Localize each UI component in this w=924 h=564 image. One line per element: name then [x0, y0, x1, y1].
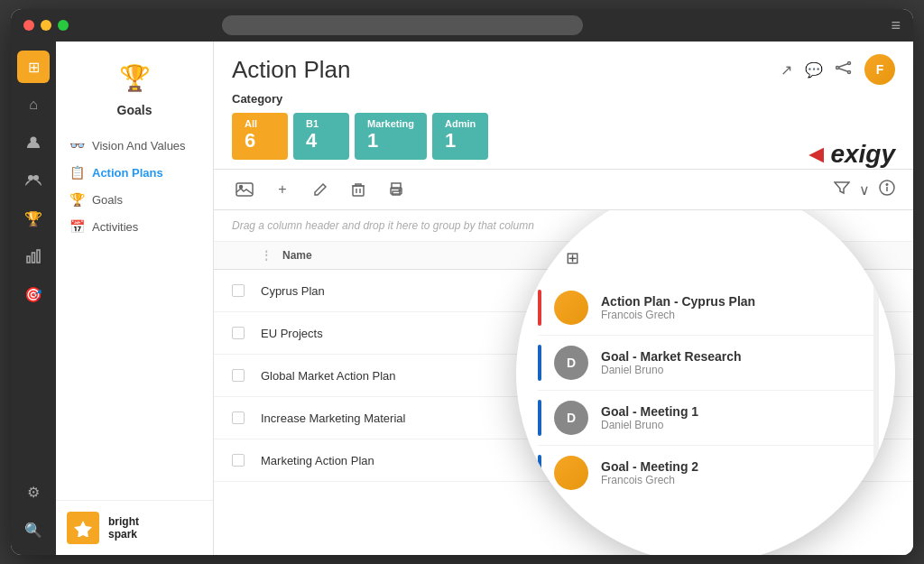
svg-point-7 — [836, 67, 839, 69]
maximize-button[interactable] — [58, 20, 69, 31]
nav-chart[interactable] — [17, 240, 50, 273]
chevron-down-icon[interactable]: ∨ — [859, 181, 870, 199]
brand-name-line2: spark — [108, 528, 139, 541]
category-tiles: All 6 B1 4 Marketing 1 Admin — [232, 113, 488, 169]
window-controls — [23, 20, 69, 31]
row-owner-1: Francois G... — [715, 321, 895, 345]
category-tile-b1[interactable]: B1 4 — [293, 113, 349, 160]
owner-name-0: Francois Grech — [745, 284, 826, 298]
tile-b1-label: B1 — [306, 118, 337, 129]
toolbar-add-btn[interactable]: + — [270, 177, 295, 202]
toolbar: + ∨ — [214, 170, 913, 210]
svg-rect-3 — [27, 256, 30, 263]
svg-point-8 — [848, 62, 851, 65]
row-check-2[interactable] — [232, 369, 261, 382]
row-check-1[interactable] — [232, 327, 261, 339]
table-area: Drag a column header and drop it here to… — [214, 210, 913, 555]
category-label: Category — [232, 92, 895, 106]
toolbar-image-btn[interactable] — [232, 177, 257, 202]
checkbox-2[interactable] — [232, 369, 245, 382]
sidebar-item-goals[interactable]: 🏆 Goals — [56, 186, 213, 213]
checkbox-3[interactable] — [232, 411, 245, 424]
checkbox-4[interactable] — [232, 454, 245, 467]
nav-people[interactable] — [17, 164, 50, 197]
table-row[interactable]: Marketing Action Plan Francois Grech — [214, 439, 913, 482]
row-name-1: EU Projects — [261, 327, 715, 340]
nav-target[interactable]: 🎯 — [17, 278, 50, 310]
sidebar: 🏆 Goals 👓 Vision And Values 📋 Action Pla… — [56, 42, 214, 555]
checkbox-0[interactable] — [232, 284, 245, 297]
nav-person[interactable] — [17, 126, 50, 159]
filter-icon[interactable] — [834, 180, 850, 199]
sidebar-item-vision-label: Vision And Values — [92, 139, 186, 153]
brand-name-line1: bright — [108, 515, 139, 528]
nav-grid[interactable]: ⊞ — [17, 51, 50, 83]
sidebar-bottom: bright spark — [56, 500, 213, 555]
close-button[interactable] — [23, 20, 34, 31]
owner-name-2: Francois G... — [745, 369, 812, 383]
toolbar-print-btn[interactable] — [383, 177, 409, 202]
page-title: Action Plan — [232, 56, 351, 84]
nav-search[interactable]: 🔍 — [17, 513, 50, 546]
user-avatar[interactable]: F — [864, 54, 895, 85]
svg-rect-17 — [393, 191, 400, 195]
toolbar-right: ∨ — [834, 180, 895, 199]
owner-name-1: Francois G... — [745, 327, 812, 340]
sidebar-item-actionplans[interactable]: 📋 Action Plans — [56, 159, 213, 186]
svg-marker-6 — [74, 521, 92, 537]
table-row[interactable]: Global Market Action Plan Francois G... — [214, 355, 913, 397]
header-top: Action Plan ↗ 💬 F — [232, 54, 895, 85]
goals-nav-icon: 🏆 — [69, 192, 85, 207]
expand-icon[interactable]: ↗ — [781, 61, 792, 79]
row-check-0[interactable] — [232, 284, 261, 297]
name-column-label: Name — [282, 249, 312, 262]
app-window: ≡ ⊞ ⌂ 🏆 🎯 ⚙ 🔍 � — [11, 9, 913, 555]
category-tile-marketing[interactable]: Marketing 1 — [355, 113, 427, 160]
toolbar-edit-btn[interactable] — [308, 177, 333, 202]
menu-icon[interactable]: ≡ — [891, 16, 901, 35]
table-row[interactable]: Increase Marketing Material Francois Gre… — [214, 397, 913, 439]
owner-avatar-4 — [715, 448, 738, 472]
svg-point-2 — [33, 175, 39, 180]
icon-bar-bottom: ⚙ 🔍 — [17, 476, 50, 546]
header-owner[interactable]: Owner — [715, 249, 895, 262]
header-name[interactable]: Name — [282, 249, 693, 262]
svg-line-11 — [839, 69, 848, 71]
comment-icon[interactable]: 💬 — [805, 61, 823, 79]
minimize-button[interactable] — [41, 20, 51, 31]
row-check-4[interactable] — [232, 454, 261, 467]
titlebar: ≡ — [11, 9, 913, 42]
brand-name: bright spark — [108, 515, 139, 541]
table-row[interactable]: Cyprus Plan Francois Grech — [214, 270, 913, 312]
tile-marketing-label: Marketing — [367, 118, 414, 129]
content-area: Action Plan ↗ 💬 F Category All — [214, 42, 913, 555]
tile-marketing-count: 1 — [367, 129, 414, 153]
checkbox-1[interactable] — [232, 327, 245, 339]
svg-line-10 — [839, 64, 848, 67]
category-tile-all[interactable]: All 6 — [232, 113, 288, 160]
sidebar-item-goals-label: Goals — [92, 193, 123, 207]
sidebar-item-vision[interactable]: 👓 Vision And Values — [56, 132, 213, 159]
row-check-3[interactable] — [232, 411, 261, 424]
header-dots-2: ⋮ — [693, 249, 715, 262]
sidebar-item-activities[interactable]: 📅 Activities — [56, 213, 213, 240]
svg-point-18 — [399, 190, 401, 191]
table-row[interactable]: EU Projects Francois G... — [214, 312, 913, 355]
nav-home[interactable]: ⌂ — [17, 88, 50, 121]
main-layout: ⊞ ⌂ 🏆 🎯 ⚙ 🔍 🏆 Goals — [11, 42, 913, 555]
category-tile-admin[interactable]: Admin 1 — [432, 113, 488, 160]
row-name-3: Increase Marketing Material — [261, 411, 715, 425]
nav-trophy[interactable]: 🏆 — [17, 202, 50, 235]
info-icon[interactable] — [879, 180, 895, 199]
nav-settings[interactable]: ⚙ — [17, 476, 50, 508]
sidebar-header: 🏆 Goals — [56, 42, 213, 125]
actionplans-icon: 📋 — [69, 165, 85, 180]
content-header: Action Plan ↗ 💬 F Category All — [214, 42, 913, 170]
toolbar-delete-btn[interactable] — [346, 177, 371, 202]
sidebar-item-actionplans-label: Action Plans — [92, 166, 163, 180]
share-icon[interactable] — [836, 60, 852, 79]
vision-icon: 👓 — [69, 138, 85, 153]
sidebar-nav: 👓 Vision And Values 📋 Action Plans 🏆 Goa… — [56, 125, 213, 500]
header-actions: ↗ 💬 F — [781, 54, 895, 85]
tile-all-label: All — [245, 118, 275, 129]
